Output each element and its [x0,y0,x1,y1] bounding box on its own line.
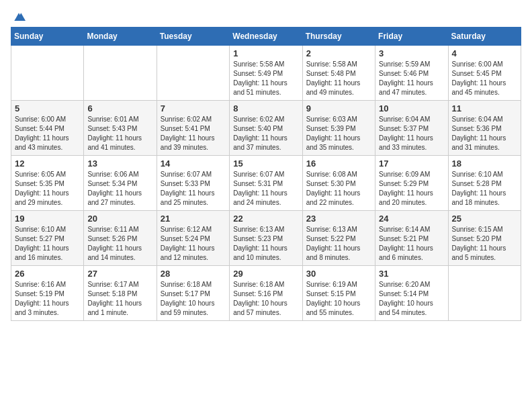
logo [11,11,26,21]
day-number: 24 [379,214,444,224]
day-info: Sunrise: 6:17 AM Sunset: 5:18 PM Dayligh… [87,280,152,318]
day-number: 7 [161,103,226,113]
calendar-cell: 6Sunrise: 6:01 AM Sunset: 5:43 PM Daylig… [84,101,157,156]
day-number: 11 [452,103,517,113]
day-number: 8 [233,103,298,113]
calendar-cell: 30Sunrise: 6:19 AM Sunset: 5:15 PM Dayli… [302,266,375,321]
day-info: Sunrise: 6:18 AM Sunset: 5:16 PM Dayligh… [233,280,298,318]
day-number: 12 [15,158,80,169]
calendar-cell: 13Sunrise: 6:06 AM Sunset: 5:34 PM Dayli… [84,156,157,211]
calendar-header-thursday: Thursday [302,28,375,46]
calendar-cell: 5Sunrise: 6:00 AM Sunset: 5:44 PM Daylig… [11,101,84,156]
day-number: 21 [161,214,226,224]
day-number: 17 [379,158,444,169]
calendar-cell: 14Sunrise: 6:07 AM Sunset: 5:33 PM Dayli… [157,156,229,211]
calendar-cell: 24Sunrise: 6:14 AM Sunset: 5:21 PM Dayli… [375,211,448,266]
day-info: Sunrise: 6:10 AM Sunset: 5:28 PM Dayligh… [452,170,517,208]
day-info: Sunrise: 6:07 AM Sunset: 5:31 PM Dayligh… [233,170,298,208]
day-info: Sunrise: 6:15 AM Sunset: 5:20 PM Dayligh… [452,225,517,263]
calendar-cell: 25Sunrise: 6:15 AM Sunset: 5:20 PM Dayli… [448,211,521,266]
day-info: Sunrise: 6:20 AM Sunset: 5:14 PM Dayligh… [379,280,444,318]
day-number: 26 [15,269,80,279]
day-number: 27 [87,269,152,279]
calendar-cell: 15Sunrise: 6:07 AM Sunset: 5:31 PM Dayli… [230,156,302,211]
day-number: 19 [15,214,80,224]
day-number: 30 [306,269,371,279]
day-info: Sunrise: 5:58 AM Sunset: 5:48 PM Dayligh… [306,60,371,97]
calendar-cell: 2Sunrise: 5:58 AM Sunset: 5:48 PM Daylig… [302,46,375,101]
day-number: 16 [306,158,371,169]
day-info: Sunrise: 6:11 AM Sunset: 5:26 PM Dayligh… [87,225,152,263]
day-info: Sunrise: 6:06 AM Sunset: 5:34 PM Dayligh… [87,170,152,208]
calendar-cell: 22Sunrise: 6:13 AM Sunset: 5:23 PM Dayli… [230,211,302,266]
calendar-header-tuesday: Tuesday [157,28,229,46]
day-info: Sunrise: 6:05 AM Sunset: 5:35 PM Dayligh… [15,170,80,208]
calendar-cell: 1Sunrise: 5:58 AM Sunset: 5:49 PM Daylig… [230,46,302,101]
day-info: Sunrise: 6:00 AM Sunset: 5:45 PM Dayligh… [452,60,517,97]
day-info: Sunrise: 6:01 AM Sunset: 5:43 PM Dayligh… [87,115,152,152]
calendar-cell: 26Sunrise: 6:16 AM Sunset: 5:19 PM Dayli… [11,266,84,321]
page-header [11,11,521,21]
day-number: 14 [161,158,226,169]
day-info: Sunrise: 6:00 AM Sunset: 5:44 PM Dayligh… [15,115,80,152]
day-info: Sunrise: 6:02 AM Sunset: 5:40 PM Dayligh… [233,115,298,152]
calendar-cell: 19Sunrise: 6:10 AM Sunset: 5:27 PM Dayli… [11,211,84,266]
calendar-header-monday: Monday [84,28,157,46]
calendar-cell: 18Sunrise: 6:10 AM Sunset: 5:28 PM Dayli… [448,156,521,211]
calendar-cell [11,46,84,101]
day-number: 3 [379,48,444,58]
calendar-cell: 11Sunrise: 6:04 AM Sunset: 5:36 PM Dayli… [448,101,521,156]
day-number: 2 [306,48,371,58]
calendar-header-friday: Friday [375,28,448,46]
day-number: 9 [306,103,371,113]
calendar-cell: 23Sunrise: 6:13 AM Sunset: 5:22 PM Dayli… [302,211,375,266]
calendar-week-row: 26Sunrise: 6:16 AM Sunset: 5:19 PM Dayli… [11,266,521,321]
calendar-header-wednesday: Wednesday [230,28,302,46]
day-number: 5 [15,103,80,113]
calendar-week-row: 19Sunrise: 6:10 AM Sunset: 5:27 PM Dayli… [11,211,521,266]
day-info: Sunrise: 6:14 AM Sunset: 5:21 PM Dayligh… [379,225,444,263]
day-info: Sunrise: 6:16 AM Sunset: 5:19 PM Dayligh… [15,280,80,318]
calendar-cell [448,266,521,321]
day-number: 22 [233,214,298,224]
day-info: Sunrise: 6:03 AM Sunset: 5:39 PM Dayligh… [306,115,371,152]
day-number: 31 [379,269,444,279]
calendar-cell: 12Sunrise: 6:05 AM Sunset: 5:35 PM Dayli… [11,156,84,211]
calendar-cell: 10Sunrise: 6:04 AM Sunset: 5:37 PM Dayli… [375,101,448,156]
calendar-cell: 17Sunrise: 6:09 AM Sunset: 5:29 PM Dayli… [375,156,448,211]
calendar-cell: 3Sunrise: 5:59 AM Sunset: 5:46 PM Daylig… [375,46,448,101]
calendar-header-saturday: Saturday [448,28,521,46]
day-number: 10 [379,103,444,113]
calendar-cell: 9Sunrise: 6:03 AM Sunset: 5:39 PM Daylig… [302,101,375,156]
day-number: 15 [233,158,298,169]
calendar-header-row: SundayMondayTuesdayWednesdayThursdayFrid… [11,28,521,46]
day-info: Sunrise: 6:13 AM Sunset: 5:22 PM Dayligh… [306,225,371,263]
calendar-cell: 8Sunrise: 6:02 AM Sunset: 5:40 PM Daylig… [230,101,302,156]
calendar-week-row: 12Sunrise: 6:05 AM Sunset: 5:35 PM Dayli… [11,156,521,211]
day-info: Sunrise: 6:08 AM Sunset: 5:30 PM Dayligh… [306,170,371,208]
day-info: Sunrise: 6:13 AM Sunset: 5:23 PM Dayligh… [233,225,298,263]
day-number: 18 [452,158,517,169]
calendar-cell: 4Sunrise: 6:00 AM Sunset: 5:45 PM Daylig… [448,46,521,101]
calendar-header-sunday: Sunday [11,28,84,46]
calendar-table: SundayMondayTuesdayWednesdayThursdayFrid… [11,27,521,321]
day-info: Sunrise: 6:09 AM Sunset: 5:29 PM Dayligh… [379,170,444,208]
day-number: 20 [87,214,152,224]
day-info: Sunrise: 6:07 AM Sunset: 5:33 PM Dayligh… [161,170,226,208]
calendar-cell [84,46,157,101]
day-info: Sunrise: 6:19 AM Sunset: 5:15 PM Dayligh… [306,280,371,318]
day-info: Sunrise: 6:18 AM Sunset: 5:17 PM Dayligh… [161,280,226,318]
calendar-cell: 29Sunrise: 6:18 AM Sunset: 5:16 PM Dayli… [230,266,302,321]
day-info: Sunrise: 5:59 AM Sunset: 5:46 PM Dayligh… [379,60,444,97]
calendar-cell: 28Sunrise: 6:18 AM Sunset: 5:17 PM Dayli… [157,266,229,321]
day-number: 13 [87,158,152,169]
day-number: 1 [233,48,298,58]
day-number: 6 [87,103,152,113]
day-info: Sunrise: 6:02 AM Sunset: 5:41 PM Dayligh… [161,115,226,152]
calendar-week-row: 5Sunrise: 6:00 AM Sunset: 5:44 PM Daylig… [11,101,521,156]
day-info: Sunrise: 5:58 AM Sunset: 5:49 PM Dayligh… [233,60,298,97]
day-number: 25 [452,214,517,224]
logo-icon [12,11,26,24]
day-info: Sunrise: 6:04 AM Sunset: 5:37 PM Dayligh… [379,115,444,152]
calendar-cell: 16Sunrise: 6:08 AM Sunset: 5:30 PM Dayli… [302,156,375,211]
